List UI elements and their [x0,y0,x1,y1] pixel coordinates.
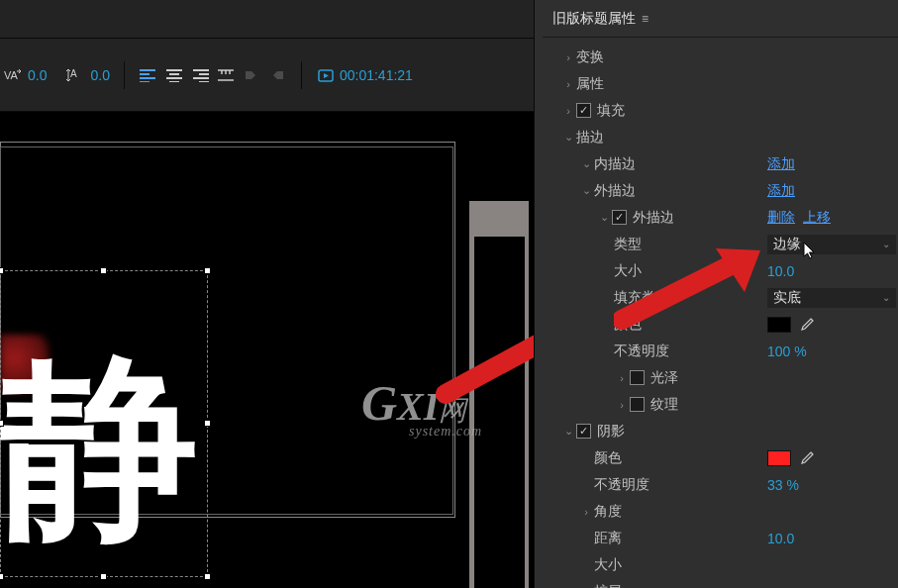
shadow-color-row: 颜色 [543,444,898,471]
chevron-down-icon: ⌄ [882,292,890,303]
tab-icon[interactable] [216,65,236,85]
watermark: GXI网 system.com [361,374,482,440]
stroke-filltype-row: 填充类型 实底 ⌄ [543,284,898,311]
stroke-type-dropdown[interactable]: 边缘 ⌄ [767,235,896,254]
sheen-checkbox[interactable] [630,370,645,385]
add-inner-stroke-link[interactable]: 添加 [767,155,795,173]
section-properties[interactable]: › 属性 [543,70,898,97]
svg-text:VA: VA [4,69,19,81]
tracking-icon: VA [4,65,24,85]
cursor-icon [802,242,818,259]
show-video-icon[interactable] [242,65,261,85]
align-right-icon[interactable] [190,65,210,85]
tracking-value-1[interactable]: 0.0 [28,67,47,83]
separator [301,61,302,89]
title-canvas[interactable]: 静 GXI网 system.com [0,112,534,588]
properties-panel: 旧版标题属性 ≡ › 变换 › 属性 › ✓ 填充 ⌄ 描边 ⌄ 内描边 添加 … [535,0,898,588]
svg-text:A: A [70,68,77,79]
twisty-collapsed-icon[interactable]: › [560,51,576,63]
moveup-stroke-link[interactable]: 上移 [803,209,831,227]
timecode-value[interactable]: 00:01:41:21 [340,67,413,83]
twisty-expanded-icon[interactable]: ⌄ [578,157,594,170]
stroke-size-value[interactable]: 10.0 [767,263,794,279]
eyedropper-icon[interactable] [799,317,815,333]
shadow-distance-value[interactable]: 10.0 [767,531,794,546]
add-outer-stroke-link[interactable]: 添加 [767,182,795,200]
twisty-expanded-icon[interactable]: ⌄ [560,425,576,438]
tracking-control-1[interactable]: VA 0.0 [4,65,47,85]
tracking-value-2[interactable]: 0.0 [90,67,109,83]
twisty-expanded-icon[interactable]: ⌄ [578,184,594,197]
delete-stroke-link[interactable]: 删除 [767,209,795,227]
section-stroke[interactable]: ⌄ 描边 [543,124,898,150]
shadow-opacity-value[interactable]: 33 % [767,477,799,493]
twisty-collapsed-icon[interactable]: › [614,399,630,411]
shadow-size-row: 大小 [543,551,898,578]
stroke-color-row: 颜色 [543,311,898,338]
section-shadow[interactable]: ⌄ ✓ 阴影 [543,418,898,444]
outer-stroke-row[interactable]: ⌄ 外描边 添加 [543,177,898,204]
panel-menu-icon[interactable]: ≡ [642,12,649,26]
twisty-collapsed-icon[interactable]: › [560,78,576,90]
texture-checkbox[interactable] [630,397,645,412]
shadow-checkbox[interactable]: ✓ [576,424,591,439]
stroke-sheen-row[interactable]: › 光泽 [543,364,898,391]
baseline-icon: A [66,65,86,85]
shadow-angle-row[interactable]: › 角度 [543,498,898,525]
stroke-color-swatch[interactable] [767,317,791,333]
timecode-control[interactable]: 00:01:41:21 [316,65,413,85]
twisty-expanded-icon[interactable]: ⌄ [596,211,612,224]
section-fill[interactable]: › ✓ 填充 [543,97,898,124]
timecode-icon [316,65,336,85]
outer-stroke-checkbox[interactable]: ✓ [612,210,627,225]
stroke-texture-row[interactable]: › 纹理 [543,391,898,418]
properties-list: › 变换 › 属性 › ✓ 填充 ⌄ 描边 ⌄ 内描边 添加 ⌄ 外描边 添加 … [543,38,898,588]
show-bg-icon[interactable] [267,65,287,85]
fill-checkbox[interactable]: ✓ [576,103,591,118]
selection-box[interactable] [0,270,208,577]
eyedropper-icon[interactable] [799,450,815,466]
stroke-type-row: 类型 边缘 ⌄ [543,231,898,257]
twisty-expanded-icon[interactable]: ⌄ [560,131,576,144]
tracking-control-2[interactable]: A 0.0 [66,65,109,85]
shadow-color-swatch[interactable] [767,450,791,466]
canvas-panel: VA 0.0 A 0.0 [0,0,535,588]
shadow-opacity-row: 不透明度 33 % [543,471,898,498]
twisty-collapsed-icon[interactable]: › [578,506,594,518]
twisty-collapsed-icon[interactable]: › [614,372,630,384]
align-left-icon[interactable] [139,65,158,85]
stroke-opacity-row: 不透明度 100 % [543,338,898,364]
separator [124,61,125,89]
stroke-opacity-value[interactable]: 100 % [767,343,807,359]
panel-title: 旧版标题属性 [552,10,636,28]
outer-stroke-item[interactable]: ⌄ ✓ 外描边 删除 上移 [543,204,898,231]
fill-type-dropdown[interactable]: 实底 ⌄ [767,288,896,308]
inner-stroke-row[interactable]: ⌄ 内描边 添加 [543,150,898,177]
panel-title-bar: 旧版标题属性 ≡ [543,0,898,38]
chevron-down-icon: ⌄ [882,239,890,249]
twisty-collapsed-icon[interactable]: › [560,105,576,117]
section-transform[interactable]: › 变换 [543,44,898,70]
shadow-distance-row: 距离 10.0 [543,525,898,551]
align-center-icon[interactable] [164,65,184,85]
stroke-size-row: 大小 10.0 [543,257,898,284]
shadow-spread-row: 扩展 [543,578,898,588]
toolbar: VA 0.0 A 0.0 [0,38,534,112]
